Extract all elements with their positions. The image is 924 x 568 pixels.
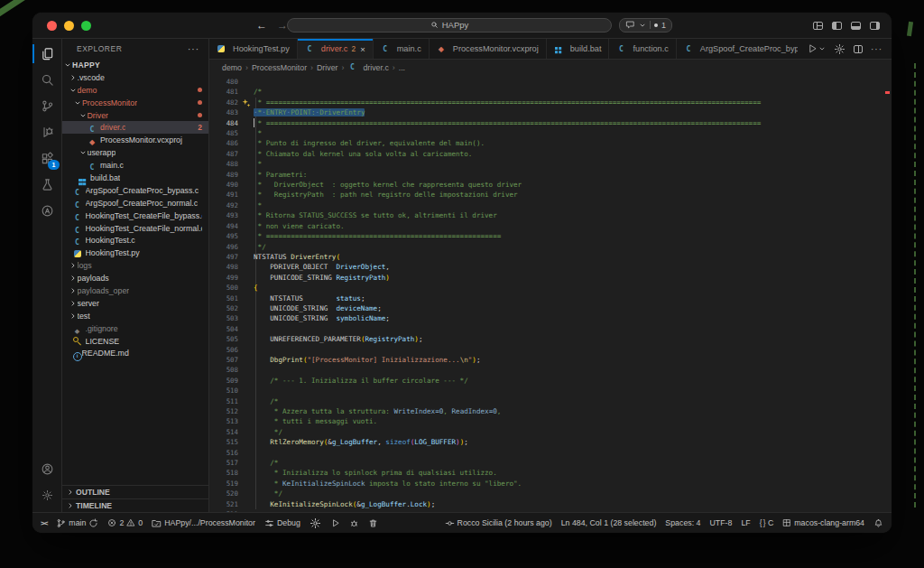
line-number[interactable]: 483	[209, 107, 238, 117]
code-line-493[interactable]: 493 * Ritorna STATUS_SUCCESS se tutto ok…	[209, 210, 892, 220]
line-number[interactable]: 495	[209, 231, 238, 241]
breadcrumb-item-demo[interactable]: demo	[222, 63, 242, 72]
line-number[interactable]: 501	[209, 293, 238, 303]
status-makefile-folder[interactable]: HAPpy/.../ProcessMonitor	[152, 518, 255, 528]
line-number[interactable]: 519	[209, 479, 238, 489]
explorer-item-driver.c[interactable]: Cdriver.c2	[62, 121, 208, 134]
activity-copilot[interactable]	[32, 198, 61, 224]
command-center-search[interactable]: HAPpy	[287, 18, 612, 33]
line-number[interactable]: 494	[209, 221, 238, 231]
panel-bottom-icon[interactable]	[851, 22, 861, 30]
code-line-488[interactable]: 488 *	[209, 159, 892, 169]
sidebar-more-actions[interactable]: ···	[188, 44, 199, 54]
breadcrumb-item-processmonitor[interactable]: ProcessMonitor	[252, 63, 307, 72]
line-number[interactable]: 503	[209, 313, 238, 323]
line-number[interactable]: 502	[209, 303, 238, 313]
copilot-sparkle-icon[interactable]	[242, 98, 251, 107]
code-line-518[interactable]: 518 * Inizializza lo spinlock prima di q…	[209, 468, 892, 478]
status-indentation[interactable]: Spaces: 4	[665, 518, 700, 527]
code-line-512[interactable]: 512 * Azzera tutta la struttura: WriteIn…	[209, 406, 892, 416]
code-line-486[interactable]: 486 * Punto di ingresso del driver, equi…	[209, 138, 892, 148]
line-number[interactable]: 484	[209, 118, 238, 128]
code-line-494[interactable]: 494 * non viene caricato.	[209, 221, 892, 231]
explorer-item-.vscode[interactable]: .vscode	[62, 71, 208, 84]
code-line-489[interactable]: 489 * Parametri:	[209, 170, 892, 180]
explorer-item-processmonitor.vcxproj[interactable]: ◆ProcessMonitor.vcxproj	[62, 134, 208, 146]
code-line-506[interactable]: 506	[209, 345, 892, 355]
line-number[interactable]: 516	[209, 448, 238, 458]
code-line-500[interactable]: 500{	[209, 283, 892, 293]
activity-run-and-debug[interactable]	[32, 119, 61, 145]
line-number[interactable]: 486	[209, 138, 238, 148]
code-line-519[interactable]: 519 * KeInitializeSpinLock imposta lo st…	[209, 479, 892, 489]
code-line-480[interactable]: 480	[209, 77, 892, 87]
explorer-item-happy[interactable]: HAPPY	[62, 59, 208, 71]
breadcrumb-item-...[interactable]: ...	[399, 63, 405, 72]
status-language-mode[interactable]: { }C	[760, 518, 774, 527]
line-number[interactable]: 496	[209, 242, 238, 252]
breadcrumb-item-driver[interactable]: Driver	[317, 63, 337, 72]
go-back-button[interactable]: ←	[256, 19, 267, 32]
line-number[interactable]: 490	[209, 180, 238, 190]
code-line-505[interactable]: 505 UNREFERENCED_PARAMETER(RegistryPath)…	[209, 334, 892, 344]
explorer-item-demo[interactable]: demo	[62, 84, 208, 97]
line-number[interactable]: 515	[209, 437, 238, 447]
line-number[interactable]: 480	[209, 77, 238, 87]
code-line-520[interactable]: 520 */	[209, 489, 892, 498]
tab-hookingtest.py[interactable]: HookingTest.py	[209, 39, 298, 59]
activity-search[interactable]	[32, 67, 61, 93]
line-number[interactable]: 517	[209, 458, 238, 468]
more-actions-button[interactable]: ···	[871, 44, 882, 54]
status-build-target[interactable]: Debug	[264, 518, 300, 528]
status-remote-indicator[interactable]: ><	[41, 519, 47, 527]
code-line-499[interactable]: 499 PUNICODE_STRING RegistryPath)	[209, 273, 892, 283]
explorer-item-driver[interactable]: Driver	[62, 109, 208, 122]
copilot-chat-widget[interactable]: 1	[619, 18, 672, 33]
status-cursor-position[interactable]: Ln 484, Col 1 (28 selected)	[561, 518, 657, 527]
code-line-492[interactable]: 492 *	[209, 200, 892, 210]
status-notifications[interactable]	[873, 518, 883, 528]
close-window-button[interactable]	[47, 21, 57, 31]
line-number[interactable]: 499	[209, 273, 238, 283]
explorer-item-build.bat[interactable]: build.bat	[62, 172, 208, 184]
code-line-515[interactable]: 515 RtlZeroMemory(&g_LogBuffer, sizeof(L…	[209, 437, 892, 447]
line-number[interactable]: 498	[209, 262, 238, 272]
code-line-503[interactable]: 503 UNICODE_STRING symbolicName;	[209, 313, 892, 323]
line-number[interactable]: 482	[209, 98, 238, 107]
line-number[interactable]: 512	[209, 406, 238, 416]
code-line-517[interactable]: 517 /*	[209, 458, 892, 468]
tab-build.bat[interactable]: build.bat	[547, 39, 610, 59]
line-number[interactable]: 507	[209, 355, 238, 365]
customize-layout-icon[interactable]	[813, 22, 823, 30]
code-line-481[interactable]: 481/*	[209, 87, 892, 97]
status-problems[interactable]: 20	[107, 518, 143, 527]
line-number[interactable]: 488	[209, 159, 238, 169]
line-number[interactable]: 522	[209, 509, 238, 512]
line-number[interactable]: 511	[209, 396, 238, 406]
line-number[interactable]: 510	[209, 386, 238, 396]
zoom-window-button[interactable]	[81, 21, 91, 31]
activity-testing[interactable]	[32, 172, 61, 198]
code-editor[interactable]: 480481/*482 * ==========================…	[209, 75, 892, 512]
code-line-504[interactable]: 504	[209, 324, 892, 334]
tab-driver.c[interactable]: Cdriver.c2×	[298, 39, 374, 59]
sidebar-section-timeline[interactable]: TIMELINE	[62, 498, 208, 512]
panel-right-icon[interactable]	[870, 22, 880, 30]
activity-extensions[interactable]: 1	[32, 145, 61, 172]
explorer-item-processmonitor[interactable]: ProcessMonitor	[62, 97, 208, 109]
activity-accounts[interactable]	[32, 456, 61, 482]
status-debug-target[interactable]	[349, 518, 359, 528]
code-line-522[interactable]: 522	[209, 509, 892, 512]
status-build[interactable]	[330, 518, 340, 528]
tab-argspoof_createproc_bypass.c[interactable]: CArgSpoof_CreateProc_bypass.c	[677, 39, 798, 59]
code-line-511[interactable]: 511 /*	[209, 396, 892, 406]
line-number[interactable]: 485	[209, 128, 238, 138]
line-number[interactable]: 520	[209, 489, 238, 498]
status-git-branch[interactable]: main	[56, 518, 98, 528]
line-number[interactable]: 521	[209, 499, 238, 509]
code-line-485[interactable]: 485 *	[209, 128, 892, 138]
line-number[interactable]: 489	[209, 170, 238, 180]
explorer-item-license[interactable]: LICENSE	[62, 335, 208, 348]
activity-explorer[interactable]	[32, 41, 61, 67]
code-line-483[interactable]: 483·*·ENTRY·POINT:·DriverEntry	[209, 107, 892, 117]
